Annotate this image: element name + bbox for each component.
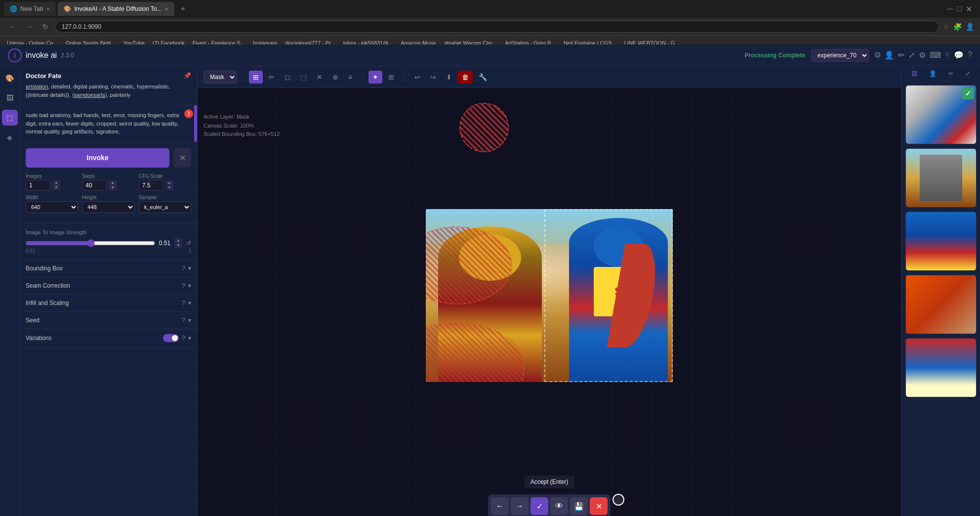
toolbar-grid-btn[interactable]: ⊞ (384, 71, 398, 84)
cfg-up[interactable]: ▲ (165, 180, 173, 185)
img2img-reset-icon[interactable]: ↺ (186, 240, 191, 247)
toolbar-lines-btn[interactable]: ≡ (344, 71, 356, 84)
experience-selector[interactable]: experience_70 (811, 49, 869, 62)
sidebar-icon-canvas[interactable]: ⬚ (2, 110, 18, 126)
keyboard-icon[interactable]: ⌨ (930, 50, 941, 60)
infill-scaling-help-icon[interactable]: ? (182, 300, 185, 306)
github-icon[interactable]: ⑂ (945, 50, 950, 60)
discord-icon[interactable]: 💬 (954, 50, 964, 60)
cfg-down[interactable]: ▼ (165, 185, 173, 190)
reload-button[interactable]: ↻ (40, 22, 51, 32)
images-input[interactable] (26, 180, 50, 191)
canvas-viewport[interactable]: Active Layer: Mask Canvas Scale: 100% Sc… (198, 88, 901, 516)
pencil-icon[interactable]: ✏ (898, 50, 904, 60)
toolbar-move-btn[interactable]: ✦ (368, 71, 382, 84)
seed-help-icon[interactable]: ? (182, 317, 185, 324)
action-close-button[interactable]: ✕ (590, 497, 608, 515)
expand-icon[interactable]: ⤢ (908, 50, 915, 60)
toolbar-redo-btn[interactable]: ↪ (426, 71, 440, 84)
mask-selector[interactable]: Mask (204, 71, 237, 84)
toolbar-trash-btn[interactable]: 🗑 (458, 71, 473, 84)
invoke-button[interactable]: Invoke (26, 148, 169, 168)
right-gallery-icon[interactable]: 🖼 (911, 70, 917, 77)
toolbar-download-btn[interactable]: ⬇ (442, 71, 456, 84)
bounding-box-help-icon[interactable]: ? (182, 265, 185, 272)
steps-input[interactable] (82, 180, 107, 191)
variations-chevron-icon[interactable]: ▾ (188, 335, 191, 342)
action-prev-button[interactable]: ← (491, 497, 509, 515)
pin-icon[interactable]: 📌 (184, 72, 191, 79)
help-header-icon[interactable]: ? (968, 50, 972, 60)
toolbar-select-btn[interactable]: ⬚ (296, 71, 311, 84)
seam-correction-chevron-icon[interactable]: ▾ (188, 282, 191, 289)
seed-section[interactable]: Seed ? ▾ (20, 312, 197, 329)
right-edit-icon[interactable]: ✏ (948, 70, 953, 77)
tab-close-new[interactable]: ✕ (46, 6, 50, 12)
thumbnail-2[interactable] (905, 148, 977, 208)
tab-close-invoke[interactable]: ✕ (164, 6, 168, 12)
toolbar-wrench-btn[interactable]: 🔧 (475, 71, 491, 84)
seam-correction-section[interactable]: Seam Correction ? ▾ (20, 277, 197, 295)
img2img-up[interactable]: ▲ (174, 238, 182, 243)
variations-section[interactable]: Variations ? ▾ (20, 329, 197, 347)
steps-down[interactable]: ▼ (109, 185, 117, 190)
images-up[interactable]: ▲ (52, 180, 60, 185)
img2img-slider[interactable] (26, 239, 155, 247)
seed-chevron-icon[interactable]: ▾ (188, 317, 191, 324)
toolbar-merge-btn[interactable]: ⊞ (249, 71, 263, 84)
toolbar-clear-btn[interactable]: ✕ (313, 71, 327, 84)
action-save-button[interactable]: 💾 (570, 497, 588, 515)
mask-overlay-top (459, 103, 509, 152)
url-bar[interactable] (55, 21, 939, 33)
action-confirm-button[interactable]: ✓ (531, 497, 548, 515)
action-eye-button[interactable]: 👁 (550, 497, 568, 515)
images-down[interactable]: ▼ (52, 185, 60, 190)
img2img-down[interactable]: ▼ (174, 243, 182, 248)
maximize-icon[interactable]: □ (957, 4, 962, 14)
profile-icon[interactable]: 👤 (966, 23, 974, 31)
thumbnail-5[interactable] (905, 338, 977, 397)
steps-up[interactable]: ▲ (109, 180, 117, 185)
bounding-box-section[interactable]: Bounding Box ? ▾ (20, 260, 197, 277)
app-header: i invoke ai 2.3.0 Processing Complete ex… (0, 44, 980, 66)
extension-icon[interactable]: 🧩 (953, 23, 962, 31)
cancel-button[interactable]: ✕ (173, 148, 191, 168)
right-user-icon[interactable]: 👤 (929, 70, 937, 77)
minimize-icon[interactable]: ─ (947, 4, 953, 14)
sidebar-icon-nodes[interactable]: ◈ (2, 129, 18, 145)
back-button[interactable]: ← (6, 22, 19, 32)
infill-scaling-section[interactable]: Infill and Scaling ? ▾ (20, 295, 197, 312)
width-select[interactable]: 640 (26, 201, 78, 213)
thumbnail-4[interactable] (905, 275, 977, 334)
bookmark-star-icon[interactable]: ☆ (943, 23, 949, 31)
sidebar-icon-generate[interactable]: 🎨 (2, 70, 18, 86)
action-next-button[interactable]: → (511, 497, 529, 515)
toolbar-pipette-btn[interactable]: ⊕ (328, 71, 342, 84)
bounding-box-chevron-icon[interactable]: ▾ (188, 265, 191, 272)
thumbnail-3[interactable] (905, 212, 977, 271)
sampler-select[interactable]: k_euler_a (139, 201, 191, 213)
variations-help-icon[interactable]: ? (182, 335, 185, 342)
thumbnail-1[interactable]: ✓ (905, 85, 977, 144)
cfg-label: CFG Scale (139, 173, 191, 179)
canvas-toolbar: Mask ⊞ ✏ ◻ ⬚ ✕ ⊕ ≡ ✦ ⊞ ↩ ↪ ⬇ 🗑 (198, 66, 901, 88)
right-expand-icon[interactable]: ⤢ (965, 70, 970, 77)
new-tab-button[interactable]: + (176, 2, 189, 15)
sidebar-icon-gallery[interactable]: 🖼 (2, 90, 18, 106)
tab-new[interactable]: 🌐 New Tab ✕ (4, 2, 56, 16)
variations-toggle[interactable] (163, 334, 179, 342)
tab-invoke[interactable]: 🎨 InvokeAI - A Stable Diffusion To... ✕ (58, 2, 174, 16)
forward-button[interactable]: → (23, 22, 36, 32)
user-icon[interactable]: 👤 (884, 50, 894, 60)
cfg-input[interactable] (139, 180, 163, 191)
toolbar-undo-btn[interactable]: ↩ (410, 71, 424, 84)
infill-scaling-label: Infill and Scaling (26, 300, 69, 306)
toolbar-brush-btn[interactable]: ✏ (265, 71, 279, 84)
height-select[interactable]: 448 (82, 201, 134, 213)
infill-scaling-chevron-icon[interactable]: ▾ (188, 300, 191, 306)
close-window-icon[interactable]: ✕ (966, 4, 972, 14)
toolbar-eraser-btn[interactable]: ◻ (281, 71, 294, 84)
seam-correction-help-icon[interactable]: ? (182, 282, 185, 289)
layers-icon[interactable]: ⧉ (875, 50, 880, 60)
settings-icon[interactable]: ⚙ (919, 50, 926, 60)
